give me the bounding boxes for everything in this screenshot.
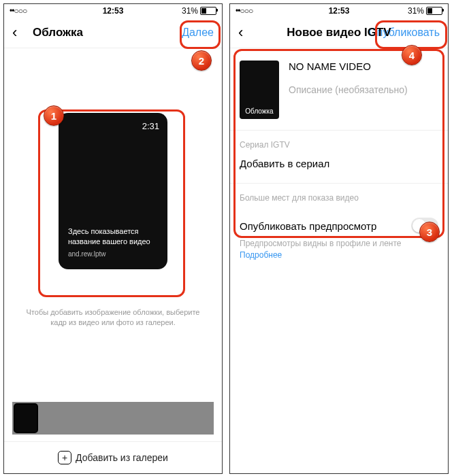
more-section-label: Больше мест для показа видео: [240, 193, 438, 203]
phone-right: ••○○○ 12:53 31% ‹ Новое видео IGTV Опубл…: [229, 3, 449, 474]
add-from-gallery-button[interactable]: + Добавить из галереи: [4, 441, 222, 473]
video-title-field[interactable]: NO NAME VIDEO: [289, 61, 438, 72]
nav-bar: ‹ Новое видео IGTV Опубликовать: [230, 18, 448, 48]
video-duration: 2:31: [142, 121, 159, 131]
battery-pct: 31%: [182, 6, 198, 16]
signal-icon: ••○○○: [236, 6, 253, 16]
frame-thumb[interactable]: [14, 403, 38, 433]
cover-thumbnail[interactable]: Обложка: [240, 61, 279, 119]
next-button[interactable]: Далее: [182, 27, 214, 39]
page-title: Обложка: [33, 26, 83, 39]
frame-rest[interactable]: [39, 402, 214, 435]
battery-icon: [426, 7, 442, 15]
cover-user: and.rew.lptw: [68, 250, 158, 259]
back-icon[interactable]: ‹: [238, 24, 252, 41]
publish-preview-label: Опубликовать предпросмотр: [240, 220, 376, 232]
nav-bar: ‹ Обложка Далее: [4, 18, 222, 48]
phone-left: ••○○○ 12:53 31% ‹ Обложка Далее 2:31 Зде…: [3, 3, 223, 474]
status-bar: ••○○○ 12:53 31%: [4, 4, 222, 18]
cover-hint: Чтобы добавить изображение обложки, выбе…: [4, 307, 222, 328]
add-gallery-label: Добавить из галереи: [76, 452, 168, 463]
publish-preview-toggle[interactable]: [411, 218, 438, 234]
signal-icon: ••○○○: [10, 6, 27, 16]
video-description-field[interactable]: Описание (необязательно): [289, 84, 438, 95]
status-bar: ••○○○ 12:53 31%: [230, 4, 448, 18]
back-icon[interactable]: ‹: [12, 24, 26, 41]
add-to-series-button[interactable]: Добавить в сериал: [240, 155, 438, 172]
series-section-label: Сериал IGTV: [240, 140, 438, 150]
plus-icon: +: [58, 451, 71, 464]
status-time: 12:53: [329, 6, 350, 16]
page-title: Новое видео IGTV: [287, 26, 391, 39]
learn-more-link[interactable]: Подробнее: [240, 250, 282, 260]
battery-pct: 31%: [408, 6, 424, 16]
cover-preview[interactable]: 2:31 Здесь показывается название вашего …: [59, 113, 167, 269]
status-time: 12:53: [103, 6, 124, 16]
preview-sub: Предпросмотры видны в профиле и ленте: [240, 239, 402, 248]
frame-strip[interactable]: [12, 402, 214, 435]
battery-icon: [200, 7, 216, 15]
cover-caption: Здесь показывается название вашего видео: [68, 226, 158, 247]
